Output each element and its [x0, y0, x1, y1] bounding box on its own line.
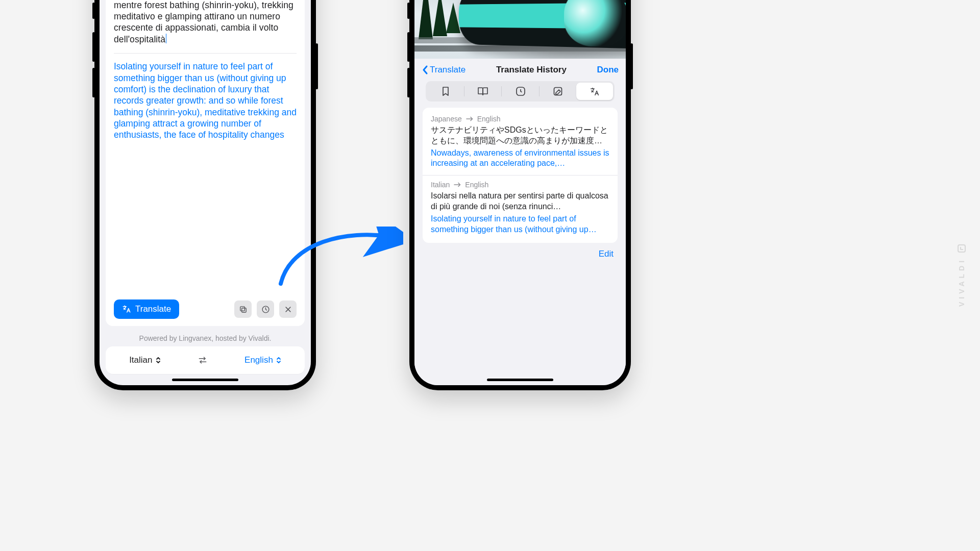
copy-button[interactable]	[234, 300, 252, 318]
done-button[interactable]: Done	[597, 65, 619, 75]
note-edit-icon	[553, 86, 563, 96]
screen-left: Isolarsi nella natura per sentirsi parte…	[100, 0, 311, 385]
history-source: Isolarsi nella natura per sentirsi parte…	[431, 191, 609, 212]
page-title: Translate History	[496, 65, 567, 75]
tab-reading-list[interactable]	[464, 83, 501, 100]
close-icon	[284, 306, 292, 313]
source-language-label: Italian	[129, 355, 152, 365]
history-list: Japanese English サステナビリティやSDGsといったキーワードと…	[423, 108, 618, 243]
side-button	[92, 32, 95, 62]
phone-right: Translate Translate History Done	[409, 0, 631, 390]
text-cursor	[166, 34, 166, 43]
translate-card: Isolarsi nella natura per sentirsi parte…	[106, 0, 305, 326]
tab-history[interactable]	[502, 83, 538, 100]
target-language-label: English	[244, 355, 273, 365]
history-item[interactable]: Japanese English サステナビリティやSDGsといったキーワードと…	[423, 110, 618, 175]
svg-rect-1	[240, 306, 244, 311]
history-from: Italian	[431, 181, 450, 189]
side-button	[407, 3, 410, 19]
source-text[interactable]: Isolarsi nella natura per sentirsi parte…	[114, 0, 297, 45]
arrow-right-icon	[454, 182, 461, 187]
brand-label: VIVALDI	[958, 258, 966, 307]
home-indicator	[487, 379, 553, 381]
chevron-left-icon	[422, 65, 429, 75]
tab-translate[interactable]	[576, 83, 613, 100]
translated-text: Isolating yourself in nature to feel par…	[114, 61, 297, 141]
tree-icon	[446, 3, 460, 33]
back-button[interactable]: Translate	[422, 65, 465, 75]
bookmark-icon	[441, 86, 450, 96]
history-to: English	[465, 181, 488, 189]
translate-icon	[122, 305, 131, 314]
history-to: English	[477, 115, 501, 123]
side-button	[407, 68, 410, 97]
history-target: Isolating yourself in nature to feel par…	[431, 214, 609, 235]
vivaldi-logo-icon	[958, 244, 966, 253]
side-button	[315, 43, 318, 89]
tab-bookmarks[interactable]	[427, 83, 464, 100]
history-sheet: Translate Translate History Done	[414, 59, 626, 385]
source-language-select[interactable]: Italian	[129, 355, 160, 365]
history-source: サステナビリティやSDGsといったキーワードとともに、環境問題への意識の高まりが…	[431, 125, 609, 146]
screen-right: Translate Translate History Done	[414, 0, 626, 385]
reading-list-icon	[477, 87, 488, 96]
translate-icon	[590, 87, 600, 96]
tree-icon	[433, 0, 447, 36]
chevron-updown-icon	[156, 357, 161, 364]
powered-by: Powered by Lingvanex, hosted by Vivaldi.	[100, 334, 311, 342]
translate-button[interactable]: Translate	[114, 299, 179, 319]
brand-watermark: VIVALDI	[958, 244, 966, 307]
sheet-header: Translate Translate History Done	[422, 65, 619, 75]
copy-icon	[239, 305, 248, 314]
source-text-value: Isolarsi nella natura per sentirsi parte…	[114, 0, 293, 44]
side-button	[630, 43, 633, 89]
swap-languages-button[interactable]	[198, 356, 208, 365]
translate-actions: Translate	[114, 299, 297, 319]
side-button	[407, 32, 410, 62]
edit-button[interactable]: Edit	[427, 249, 614, 259]
hero-image	[414, 0, 626, 59]
side-button	[92, 68, 95, 97]
clock-icon	[516, 86, 526, 96]
history-lang-row: Italian English	[431, 181, 609, 189]
side-button	[92, 3, 95, 19]
history-item[interactable]: Italian English Isolarsi nella natura pe…	[423, 175, 618, 241]
close-button[interactable]	[279, 300, 297, 318]
history-target: Nowadays, awareness of environmental iss…	[431, 148, 609, 169]
arrow-right-icon	[466, 116, 473, 121]
phone-left: Isolarsi nella natura per sentirsi parte…	[94, 0, 316, 390]
chevron-updown-icon	[276, 357, 281, 364]
history-button[interactable]	[257, 300, 274, 318]
svg-rect-0	[241, 308, 246, 312]
history-icon	[261, 305, 270, 314]
tab-notes[interactable]	[540, 83, 576, 100]
home-indicator	[172, 379, 238, 381]
translate-button-label: Translate	[135, 304, 171, 314]
back-label: Translate	[430, 65, 465, 75]
history-lang-row: Japanese English	[431, 115, 609, 123]
target-language-select[interactable]: English	[244, 355, 281, 365]
swap-icon	[198, 356, 208, 365]
tree-icon	[419, 0, 433, 39]
language-bar: Italian English	[106, 346, 305, 374]
segmented-control	[426, 81, 615, 102]
history-from: Japanese	[431, 115, 462, 123]
divider	[114, 53, 297, 54]
